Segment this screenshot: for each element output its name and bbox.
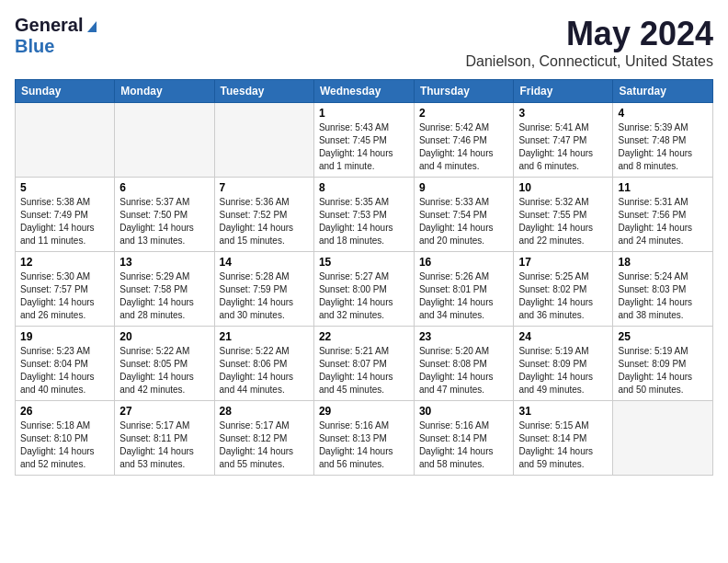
calendar-cell: 7Sunrise: 5:36 AM Sunset: 7:52 PM Daylig… [214,178,313,252]
day-number: 26 [20,405,109,418]
calendar-cell: 26Sunrise: 5:18 AM Sunset: 8:10 PM Dayli… [16,401,115,476]
calendar-cell: 16Sunrise: 5:26 AM Sunset: 8:01 PM Dayli… [414,252,514,327]
calendar-cell: 12Sunrise: 5:30 AM Sunset: 7:57 PM Dayli… [16,252,115,327]
calendar-cell: 25Sunrise: 5:19 AM Sunset: 8:09 PM Dayli… [613,327,713,401]
day-header-sunday: Sunday [16,80,115,103]
day-number: 28 [220,405,309,418]
day-info: Sunrise: 5:36 AM Sunset: 7:52 PM Dayligh… [220,196,309,247]
day-info: Sunrise: 5:20 AM Sunset: 8:08 PM Dayligh… [419,345,509,396]
day-number: 8 [319,181,409,194]
day-info: Sunrise: 5:30 AM Sunset: 7:57 PM Dayligh… [20,270,109,322]
day-number: 4 [618,107,708,120]
calendar-cell: 28Sunrise: 5:17 AM Sunset: 8:12 PM Dayli… [214,401,313,476]
logo-general: General [15,15,83,36]
day-number: 13 [119,256,209,269]
calendar-cell [214,103,313,178]
day-info: Sunrise: 5:32 AM Sunset: 7:55 PM Dayligh… [518,196,608,247]
calendar-week-5: 26Sunrise: 5:18 AM Sunset: 8:10 PM Dayli… [16,401,713,476]
day-info: Sunrise: 5:25 AM Sunset: 8:02 PM Dayligh… [518,270,608,322]
calendar-cell [115,103,214,178]
day-info: Sunrise: 5:31 AM Sunset: 7:56 PM Dayligh… [618,196,708,247]
day-info: Sunrise: 5:29 AM Sunset: 7:58 PM Dayligh… [119,270,209,322]
day-info: Sunrise: 5:27 AM Sunset: 8:00 PM Dayligh… [319,270,409,322]
day-header-friday: Friday [514,80,613,103]
calendar-cell: 21Sunrise: 5:22 AM Sunset: 8:06 PM Dayli… [214,327,313,401]
day-number: 17 [518,256,608,269]
calendar-cell [613,401,713,476]
calendar-cell: 18Sunrise: 5:24 AM Sunset: 8:03 PM Dayli… [613,252,713,327]
day-number: 14 [220,256,309,269]
day-info: Sunrise: 5:26 AM Sunset: 8:01 PM Dayligh… [419,270,509,322]
calendar-cell: 1Sunrise: 5:43 AM Sunset: 7:45 PM Daylig… [313,103,414,178]
day-info: Sunrise: 5:28 AM Sunset: 7:59 PM Dayligh… [220,270,309,322]
day-info: Sunrise: 5:43 AM Sunset: 7:45 PM Dayligh… [319,121,409,173]
day-info: Sunrise: 5:37 AM Sunset: 7:50 PM Dayligh… [119,196,209,247]
day-number: 12 [20,256,109,269]
day-info: Sunrise: 5:16 AM Sunset: 8:14 PM Dayligh… [419,419,509,471]
day-number: 2 [419,107,509,120]
calendar-cell: 4Sunrise: 5:39 AM Sunset: 7:48 PM Daylig… [613,103,713,178]
day-info: Sunrise: 5:15 AM Sunset: 8:14 PM Dayligh… [518,419,608,471]
day-info: Sunrise: 5:21 AM Sunset: 8:07 PM Dayligh… [319,345,409,396]
calendar-week-3: 12Sunrise: 5:30 AM Sunset: 7:57 PM Dayli… [16,252,713,327]
calendar-cell: 23Sunrise: 5:20 AM Sunset: 8:08 PM Dayli… [414,327,514,401]
day-info: Sunrise: 5:22 AM Sunset: 8:06 PM Dayligh… [220,345,309,396]
calendar-cell: 6Sunrise: 5:37 AM Sunset: 7:50 PM Daylig… [115,178,214,252]
day-number: 6 [119,181,209,194]
calendar-cell: 2Sunrise: 5:42 AM Sunset: 7:46 PM Daylig… [414,103,514,178]
day-info: Sunrise: 5:42 AM Sunset: 7:46 PM Dayligh… [419,121,509,173]
day-number: 3 [518,107,608,120]
svg-marker-0 [87,21,97,32]
location: Danielson, Connecticut, United States [466,53,713,70]
calendar-cell: 24Sunrise: 5:19 AM Sunset: 8:09 PM Dayli… [514,327,613,401]
calendar-cell: 22Sunrise: 5:21 AM Sunset: 8:07 PM Dayli… [313,327,414,401]
calendar-cell: 15Sunrise: 5:27 AM Sunset: 8:00 PM Dayli… [313,252,414,327]
day-number: 31 [518,405,608,418]
day-number: 10 [518,181,608,194]
day-number: 11 [618,181,708,194]
day-info: Sunrise: 5:22 AM Sunset: 8:05 PM Dayligh… [119,345,209,396]
calendar-week-1: 1Sunrise: 5:43 AM Sunset: 7:45 PM Daylig… [16,103,713,178]
calendar-cell: 19Sunrise: 5:23 AM Sunset: 8:04 PM Dayli… [16,327,115,401]
day-number: 5 [20,181,109,194]
day-number: 1 [319,107,409,120]
day-header-thursday: Thursday [414,80,514,103]
calendar-cell: 14Sunrise: 5:28 AM Sunset: 7:59 PM Dayli… [214,252,313,327]
calendar-week-4: 19Sunrise: 5:23 AM Sunset: 8:04 PM Dayli… [16,327,713,401]
day-info: Sunrise: 5:35 AM Sunset: 7:53 PM Dayligh… [319,196,409,247]
day-number: 20 [119,330,209,343]
day-number: 30 [419,405,509,418]
calendar-cell: 27Sunrise: 5:17 AM Sunset: 8:11 PM Dayli… [115,401,214,476]
calendar-cell: 8Sunrise: 5:35 AM Sunset: 7:53 PM Daylig… [313,178,414,252]
calendar-cell: 10Sunrise: 5:32 AM Sunset: 7:55 PM Dayli… [514,178,613,252]
calendar-cell: 29Sunrise: 5:16 AM Sunset: 8:13 PM Dayli… [313,401,414,476]
calendar-cell: 9Sunrise: 5:33 AM Sunset: 7:54 PM Daylig… [414,178,514,252]
day-number: 9 [419,181,509,194]
logo-blue: Blue [15,36,54,56]
day-number: 16 [419,256,509,269]
day-info: Sunrise: 5:41 AM Sunset: 7:47 PM Dayligh… [518,121,608,173]
day-number: 24 [518,330,608,343]
day-header-tuesday: Tuesday [214,80,313,103]
day-info: Sunrise: 5:39 AM Sunset: 7:48 PM Dayligh… [618,121,708,173]
calendar-cell: 31Sunrise: 5:15 AM Sunset: 8:14 PM Dayli… [514,401,613,476]
day-info: Sunrise: 5:38 AM Sunset: 7:49 PM Dayligh… [20,196,109,247]
calendar-cell: 13Sunrise: 5:29 AM Sunset: 7:58 PM Dayli… [115,252,214,327]
day-number: 19 [20,330,109,343]
calendar-cell: 3Sunrise: 5:41 AM Sunset: 7:47 PM Daylig… [514,103,613,178]
month-year: May 2024 [466,15,713,53]
logo-icon [84,17,100,34]
calendar-week-2: 5Sunrise: 5:38 AM Sunset: 7:49 PM Daylig… [16,178,713,252]
calendar-cell: 5Sunrise: 5:38 AM Sunset: 7:49 PM Daylig… [16,178,115,252]
day-info: Sunrise: 5:17 AM Sunset: 8:12 PM Dayligh… [220,419,309,471]
day-number: 27 [119,405,209,418]
day-info: Sunrise: 5:24 AM Sunset: 8:03 PM Dayligh… [618,270,708,322]
day-number: 25 [618,330,708,343]
day-number: 29 [319,405,409,418]
day-number: 18 [618,256,708,269]
day-info: Sunrise: 5:19 AM Sunset: 8:09 PM Dayligh… [518,345,608,396]
calendar-cell [16,103,115,178]
day-number: 22 [319,330,409,343]
day-info: Sunrise: 5:18 AM Sunset: 8:10 PM Dayligh… [20,419,109,471]
calendar: SundayMondayTuesdayWednesdayThursdayFrid… [15,79,713,476]
